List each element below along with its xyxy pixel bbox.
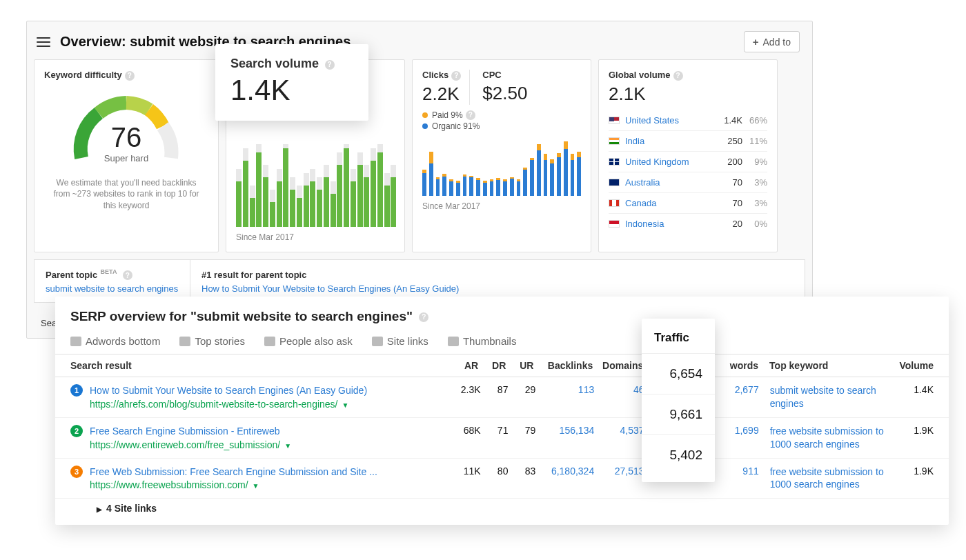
country-link[interactable]: Indonesia: [625, 219, 712, 229]
parent-topic-label: Parent topic: [46, 270, 97, 280]
country-link[interactable]: United States: [625, 115, 712, 126]
help-icon[interactable]: ?: [419, 312, 428, 322]
result-url[interactable]: https://ahrefs.com/blog/submit-website-t…: [90, 399, 446, 410]
traffic-title: Traffic: [642, 328, 715, 353]
caret-down-icon[interactable]: ▼: [252, 482, 259, 490]
serp-overview-panel: SERP overview for "submit website to sea…: [55, 297, 949, 525]
top-keyword-link[interactable]: free website submission to 1000 search e…: [759, 425, 890, 451]
serp-feature[interactable]: Top stories: [179, 335, 245, 347]
sitelinks-toggle[interactable]: ▶4 Site links: [55, 499, 949, 518]
country-link[interactable]: India: [625, 136, 712, 146]
help-icon[interactable]: ?: [673, 71, 683, 81]
kd-gauge: [68, 89, 185, 165]
top-keyword-link[interactable]: submit website to search engines: [759, 384, 890, 410]
country-percent: 66%: [742, 115, 767, 126]
parent-result-link[interactable]: How to Submit Your Website to Search Eng…: [201, 283, 793, 294]
country-volume: 1.4K: [712, 115, 742, 126]
rank-badge: 2: [70, 425, 83, 437]
country-row: Australia703%: [609, 172, 767, 193]
cell[interactable]: 113: [535, 384, 594, 395]
cell: 1.4K: [890, 384, 934, 395]
serp-feature[interactable]: Site links: [372, 335, 428, 347]
country-link[interactable]: Canada: [625, 198, 712, 208]
clicks-since: Since Mar 2017: [422, 201, 581, 211]
result-title-link[interactable]: How to Submit Your Website to Search Eng…: [90, 384, 446, 397]
cell[interactable]: 156,134: [535, 425, 594, 436]
country-volume: 20: [712, 219, 742, 229]
traffic-value: 9,661: [642, 394, 715, 434]
sv-value: 1.4K: [230, 74, 353, 107]
organic-label: Organic 91%: [432, 121, 480, 131]
serp-rows: 1How to Submit Your Website to Search En…: [55, 377, 949, 499]
country-row: United States1.4K66%: [609, 110, 767, 131]
clicks-value: 2.2K: [422, 83, 461, 105]
caret-down-icon[interactable]: ▼: [284, 442, 291, 450]
feature-icon: [179, 337, 190, 346]
serp-row: 1How to Submit Your Website to Search En…: [55, 377, 949, 418]
result-url[interactable]: https://www.freewebsubmission.com/ ▼: [90, 479, 446, 490]
col-ur: UR: [506, 360, 533, 371]
kd-description: We estimate that you'll need backlinks f…: [44, 177, 208, 212]
help-icon[interactable]: ?: [325, 60, 335, 70]
serp-feature[interactable]: Adwords bottom: [70, 335, 160, 347]
cell: 80: [481, 466, 509, 477]
global-title: Global volume: [609, 70, 671, 80]
help-icon[interactable]: ?: [125, 71, 135, 81]
plus-icon: +: [753, 36, 759, 48]
cell[interactable]: 4,537: [594, 425, 644, 436]
cell[interactable]: 2,677: [708, 384, 759, 395]
cell[interactable]: 6,180,324: [535, 466, 594, 477]
clicks-trend-chart: [422, 138, 581, 196]
feature-icon: [448, 337, 459, 346]
result-url[interactable]: https://www.entireweb.com/free_submissio…: [90, 439, 446, 450]
cell: 87: [481, 384, 509, 395]
feature-icon: [264, 337, 275, 346]
country-volume: 250: [712, 136, 742, 146]
country-row: Indonesia200%: [609, 214, 767, 234]
col-dr: DR: [478, 360, 506, 371]
paid-dot-icon: [422, 112, 428, 118]
cell[interactable]: 27,513: [594, 466, 644, 477]
paid-label: Paid 9%: [432, 110, 463, 120]
help-icon[interactable]: ?: [451, 71, 461, 81]
result-title-link[interactable]: Free Search Engine Submission - Entirewe…: [90, 425, 446, 438]
cell[interactable]: 911: [708, 466, 759, 477]
top-keyword-link[interactable]: free website submission to 1000 search e…: [759, 466, 890, 492]
cell: 1.9K: [890, 425, 934, 436]
overview-header: Overview: submit website to search engin…: [27, 21, 812, 59]
organic-dot-icon: [422, 123, 428, 129]
col-volume: Volume: [889, 360, 934, 371]
menu-icon[interactable]: [37, 37, 50, 47]
help-icon[interactable]: ?: [123, 270, 132, 280]
serp-feature[interactable]: Thumbnails: [448, 335, 517, 347]
rank-badge: 1: [70, 384, 83, 397]
cell: 11K: [446, 466, 481, 477]
country-percent: 3%: [742, 198, 767, 208]
country-row: Canada703%: [609, 193, 767, 214]
cell: 1.9K: [890, 466, 934, 477]
cpc-title: CPC: [482, 70, 527, 80]
feature-icon: [372, 337, 383, 346]
beta-badge: BETA: [101, 268, 117, 275]
volume-trend-chart: [236, 144, 395, 227]
country-percent: 9%: [742, 157, 767, 167]
cell[interactable]: 1,699: [708, 425, 759, 436]
col-top-keyword: Top keyword: [758, 360, 889, 371]
result-title-link[interactable]: Free Web Submission: Free Search Engine …: [90, 466, 446, 479]
help-icon[interactable]: ?: [466, 110, 475, 120]
cell: 83: [508, 466, 535, 477]
parent-topic-link[interactable]: submit website to search engines: [46, 283, 179, 294]
add-to-button[interactable]: +Add to: [744, 31, 800, 52]
volume-since: Since Mar 2017: [236, 232, 395, 242]
cell: 2.3K: [446, 384, 481, 395]
cell[interactable]: 46: [594, 384, 644, 395]
country-link[interactable]: Australia: [625, 177, 712, 188]
caret-down-icon[interactable]: ▼: [342, 401, 348, 409]
serp-feature[interactable]: People also ask: [264, 335, 353, 347]
triangle-icon: ▶: [97, 506, 102, 513]
country-percent: 0%: [742, 219, 767, 229]
cell: 79: [508, 425, 535, 436]
country-link[interactable]: United Kingdom: [625, 157, 712, 167]
traffic-value: 5,402: [642, 434, 715, 475]
flag-icon: [609, 158, 620, 166]
